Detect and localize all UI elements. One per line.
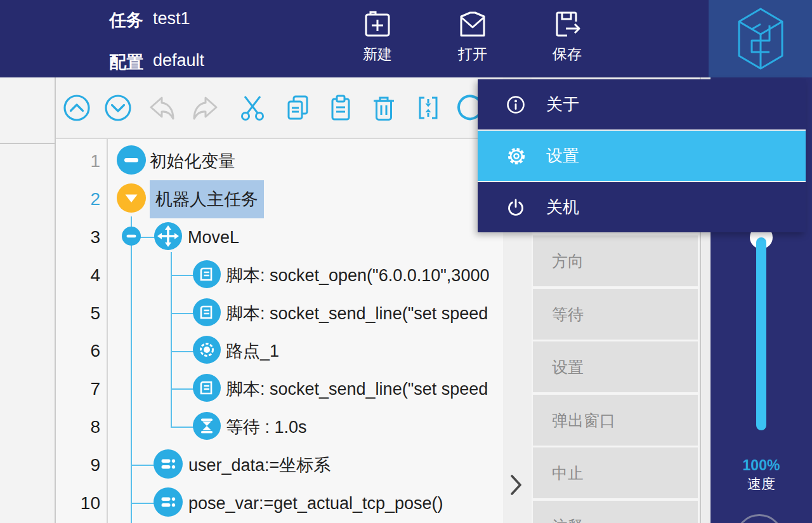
new-task-button[interactable]: 新建: [346, 6, 409, 74]
robot-teach-pendant-app: 任务 test1 配置 default 新建 打开 保存: [0, 0, 812, 523]
save-icon: [551, 8, 584, 41]
undo-icon[interactable]: [147, 93, 177, 123]
gear-icon: [506, 145, 527, 167]
collapse-up-icon[interactable]: [62, 93, 92, 123]
edit-toolbar: [56, 77, 503, 139]
power-icon: [506, 197, 526, 218]
cut-icon[interactable]: [237, 93, 268, 123]
top-bar: 任务 test1 配置 default 新建 打开 保存: [0, 0, 812, 77]
copy-icon[interactable]: [283, 93, 313, 123]
waypoint-icon[interactable]: [193, 336, 221, 366]
tree-row[interactable]: 1 初始化变量: [56, 142, 503, 180]
collapse-toggle-icon[interactable]: [122, 227, 141, 248]
tree-node-label[interactable]: user_data:=坐标系: [188, 446, 331, 484]
tree-node-label[interactable]: pose_var:=get_actual_tcp_pose(): [188, 484, 443, 522]
open-task-button[interactable]: 打开: [441, 6, 504, 74]
merge-icon[interactable]: [413, 93, 443, 123]
triangle-down-icon[interactable]: [117, 183, 146, 215]
task-value[interactable]: test1: [153, 9, 190, 29]
tree-node-label[interactable]: 脚本: socket_open("6.0.0.10",3000: [226, 256, 489, 295]
instruction-button-comment[interactable]: 注释: [533, 501, 698, 523]
menu-item-shutdown[interactable]: 关机: [478, 182, 806, 232]
minus-circle-icon[interactable]: [117, 145, 146, 177]
variable-icon[interactable]: [154, 449, 183, 481]
main-menu-button[interactable]: [709, 0, 812, 77]
system-dropdown-menu: 关于 设置 关机: [478, 79, 806, 232]
tree-row[interactable]: 4 脚本: socket_open("6.0.0.10",3000: [56, 256, 503, 295]
left-rail: [0, 77, 56, 523]
line-number: 3: [56, 218, 100, 256]
script-icon[interactable]: [193, 260, 221, 291]
task-label: 任务: [109, 9, 143, 32]
paste-icon[interactable]: [325, 93, 356, 123]
panel-collapse-chevron-icon[interactable]: [509, 474, 523, 496]
save-task-button[interactable]: 保存: [535, 6, 599, 74]
line-number: 7: [56, 370, 100, 408]
instruction-button-wait[interactable]: 等待: [533, 289, 698, 340]
tree-node-label[interactable]: 脚本: socket_send_line("set speed: [226, 295, 488, 333]
speed-label: 速度: [710, 475, 812, 494]
delete-icon[interactable]: [369, 93, 399, 123]
tree-row[interactable]: 8 等待 : 1.0s: [56, 408, 503, 446]
tree-node-label[interactable]: 路点_1: [226, 332, 279, 370]
menu-item-settings[interactable]: 设置: [478, 131, 806, 181]
tree-node-label[interactable]: 初始化变量: [150, 142, 235, 180]
instruction-button-set[interactable]: 设置: [533, 341, 698, 392]
line-number: 9: [56, 446, 100, 484]
move-icon[interactable]: [154, 222, 182, 253]
line-number: 6: [56, 332, 100, 370]
instruction-button-direction[interactable]: 方向: [533, 235, 698, 286]
tree-node-label[interactable]: MoveL: [188, 218, 239, 256]
info-icon: [506, 95, 526, 115]
speed-slider-track[interactable]: [756, 237, 766, 430]
open-file-icon: [456, 8, 489, 41]
left-rail-divider: [0, 143, 55, 144]
script-icon[interactable]: [193, 374, 221, 404]
config-value[interactable]: default: [153, 51, 204, 70]
tree-row[interactable]: 2 机器人主任务: [56, 180, 503, 218]
variable-icon[interactable]: [154, 487, 183, 519]
jog-dial-icon[interactable]: [735, 514, 783, 523]
config-label: 配置: [109, 51, 143, 74]
instruction-button-popup[interactable]: 弹出窗口: [533, 395, 698, 446]
tree-node-label-selected[interactable]: 机器人主任务: [150, 180, 264, 218]
tree-row[interactable]: 5 脚本: socket_send_line("set speed: [56, 295, 503, 333]
redo-icon[interactable]: [190, 93, 221, 123]
menu-item-about[interactable]: 关于: [478, 79, 806, 129]
tree-node-label[interactable]: 脚本: socket_send_line("set speed: [226, 370, 488, 408]
speed-percent: 100%: [710, 457, 812, 474]
program-tree[interactable]: 1 初始化变量 2 机器人主任务 3: [56, 139, 503, 523]
tree-row[interactable]: 9 user_data:=坐标系: [56, 446, 503, 484]
line-number: 5: [56, 295, 100, 333]
expand-down-icon[interactable]: [103, 93, 133, 123]
tree-row[interactable]: 6 路点_1: [56, 332, 503, 370]
line-number: 10: [56, 484, 100, 522]
line-number: 8: [56, 408, 100, 446]
tree-row[interactable]: 3 MoveL: [56, 218, 503, 256]
line-number: 4: [56, 256, 100, 295]
instruction-button-abort[interactable]: 中止: [533, 447, 698, 498]
hourglass-icon[interactable]: [193, 412, 221, 442]
new-file-icon: [361, 8, 394, 41]
tree-node-label[interactable]: 等待 : 1.0s: [226, 408, 307, 446]
script-icon[interactable]: [193, 298, 221, 329]
line-number: 2: [56, 180, 100, 218]
line-number: 1: [56, 142, 100, 180]
brand-cube-logo-icon: [737, 6, 785, 71]
tree-row[interactable]: 7 脚本: socket_send_line("set speed: [56, 370, 503, 408]
tree-row[interactable]: 10 pose_var:=get_actual_tcp_pose(): [56, 484, 503, 522]
